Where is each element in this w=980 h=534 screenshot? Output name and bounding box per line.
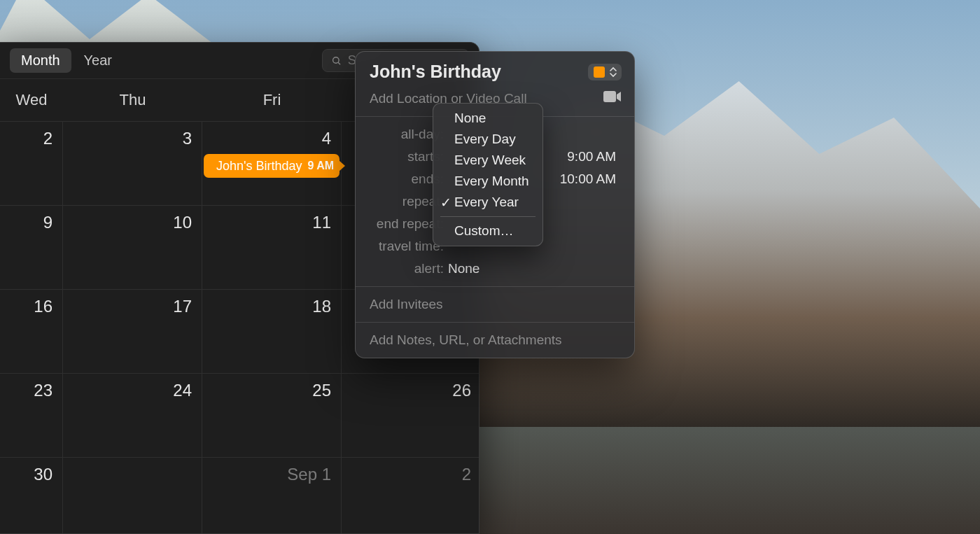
date-number: 23 bbox=[34, 381, 52, 400]
day-cell[interactable]: 30 bbox=[0, 458, 63, 534]
week-row: 30 31 Sep 1 2 bbox=[0, 457, 479, 534]
search-icon bbox=[331, 55, 342, 67]
repeat-option-every-day[interactable]: Every Day bbox=[433, 129, 542, 150]
date-number: 18 bbox=[312, 297, 331, 316]
date-number: 4 bbox=[322, 129, 331, 148]
day-cell[interactable]: 2 bbox=[342, 458, 479, 534]
date-number: 16 bbox=[34, 297, 52, 316]
repeat-option-every-week[interactable]: Every Week bbox=[433, 150, 542, 171]
week-row: 23 24 25 26 bbox=[0, 373, 479, 457]
day-cell[interactable]: 25 bbox=[202, 374, 342, 457]
date-number: Sep 1 bbox=[287, 465, 331, 484]
day-cell[interactable]: 18 bbox=[202, 290, 342, 373]
svg-line-1 bbox=[338, 62, 340, 64]
day-cell[interactable]: 4 John's Birthday 9 AM bbox=[202, 122, 342, 205]
date-number: 17 bbox=[173, 297, 192, 316]
video-call-icon[interactable] bbox=[603, 90, 622, 106]
menu-separator bbox=[440, 216, 536, 217]
day-cell[interactable]: 31 bbox=[63, 458, 202, 534]
weekday-wed: Wed bbox=[0, 91, 63, 109]
day-cell[interactable]: 16 bbox=[0, 290, 63, 373]
view-segmented-control: Month Year bbox=[10, 48, 123, 73]
weekday-thu: Thu bbox=[63, 91, 202, 109]
chevron-updown-icon bbox=[609, 66, 617, 78]
date-number: 3 bbox=[183, 129, 192, 148]
day-cell[interactable]: 24 bbox=[63, 374, 202, 457]
day-cell[interactable]: 10 bbox=[63, 206, 202, 289]
date-number: 24 bbox=[173, 381, 192, 400]
label-alert: alert: bbox=[370, 261, 448, 276]
event-title-field[interactable]: John's Birthday bbox=[370, 62, 588, 82]
date-number: 26 bbox=[452, 381, 471, 400]
day-cell[interactable]: 9 bbox=[0, 206, 63, 289]
date-number: 9 bbox=[43, 213, 52, 232]
date-number: 2 bbox=[462, 465, 471, 484]
add-notes-field[interactable]: Add Notes, URL, or Attachments bbox=[356, 323, 634, 358]
svg-rect-2 bbox=[603, 91, 616, 102]
date-number: 30 bbox=[34, 465, 52, 484]
add-invitees-field[interactable]: Add Invitees bbox=[356, 287, 634, 322]
view-year-button[interactable]: Year bbox=[73, 48, 123, 73]
calendar-color-swatch bbox=[594, 66, 605, 78]
date-number: 25 bbox=[312, 381, 331, 400]
repeat-option-none[interactable]: None bbox=[433, 108, 542, 129]
svg-point-0 bbox=[333, 57, 339, 62]
day-cell[interactable]: 17 bbox=[63, 290, 202, 373]
date-number: 2 bbox=[43, 129, 52, 148]
event-chip-johns-birthday[interactable]: John's Birthday 9 AM bbox=[204, 154, 340, 178]
value-alert[interactable]: None bbox=[448, 261, 620, 276]
repeat-option-every-month[interactable]: Every Month bbox=[433, 171, 542, 192]
repeat-option-every-year[interactable]: Every Year bbox=[433, 192, 542, 213]
view-month-button[interactable]: Month bbox=[10, 48, 71, 73]
day-cell[interactable]: 11 bbox=[202, 206, 342, 289]
weekday-fri: Fri bbox=[202, 91, 342, 109]
repeat-option-custom[interactable]: Custom… bbox=[433, 220, 542, 241]
event-title: John's Birthday bbox=[216, 159, 302, 174]
day-cell[interactable]: 3 bbox=[63, 122, 202, 205]
repeat-dropdown-menu: None Every Day Every Week Every Month Ev… bbox=[433, 103, 543, 246]
day-cell[interactable]: Sep 1 bbox=[202, 458, 342, 534]
date-number: 11 bbox=[312, 213, 331, 232]
event-time: 9 AM bbox=[308, 160, 335, 172]
date-number: 10 bbox=[173, 213, 192, 232]
calendar-color-picker[interactable] bbox=[588, 64, 622, 80]
day-cell[interactable]: 26 bbox=[342, 374, 479, 457]
day-cell[interactable]: 23 bbox=[0, 374, 63, 457]
day-cell[interactable]: 2 bbox=[0, 122, 63, 205]
